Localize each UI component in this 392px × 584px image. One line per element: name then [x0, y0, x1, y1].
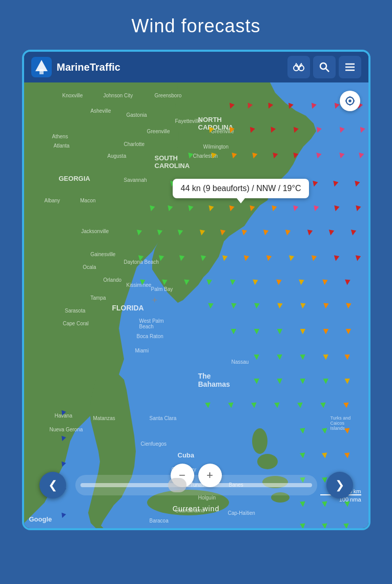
wind-arrow: ▲: [318, 401, 328, 410]
wind-arrow: ▲: [275, 377, 284, 387]
wind-arrow: ▲: [252, 353, 261, 363]
label-holguin: Holguín: [198, 495, 216, 500]
wind-arrow: ▲: [298, 353, 307, 363]
wind-arrow: ▲: [205, 301, 215, 311]
wind-arrow: ▲: [225, 203, 236, 215]
wind-arrow: ▲: [228, 278, 237, 287]
wind-arrow: ▲: [252, 301, 261, 311]
wind-arrow: ▲: [298, 301, 307, 311]
wind-arrow: ▲: [298, 522, 307, 528]
app-logo: [31, 57, 52, 77]
timeline-bar[interactable]: [75, 475, 317, 495]
label-santaclara: Santa Clara: [150, 415, 177, 421]
wind-arrow: ▲: [320, 278, 329, 287]
menu-button[interactable]: [339, 56, 361, 78]
app-name: MarineTraffic: [57, 61, 284, 73]
label-sarasota: Sarasota: [65, 308, 86, 314]
wind-arrow: ▲: [240, 254, 251, 264]
wind-arrow: ▲: [154, 228, 164, 239]
next-button[interactable]: ❯: [326, 472, 353, 498]
wind-arrow: ▲: [229, 327, 238, 337]
tooltip-text: 44 kn (9 beauforts) / NNW / 19°C: [181, 184, 301, 193]
wind-arrow: ▲: [204, 203, 216, 215]
label-asheville: Asheville: [91, 108, 111, 114]
label-atlanta: Atlanta: [54, 143, 70, 149]
search-button[interactable]: [313, 56, 336, 78]
wind-arrow: ▲: [341, 401, 351, 410]
label-nassau: Nassau: [232, 359, 249, 365]
label-charlotte: Charlotte: [124, 141, 145, 147]
wind-arrow: ▲: [320, 522, 329, 528]
svg-point-19: [348, 99, 352, 102]
next-icon: ❯: [335, 478, 344, 492]
label-bocaraton: Boca Raton: [137, 333, 163, 339]
map-svg: [24, 82, 368, 528]
timeline-thumb[interactable]: [168, 478, 187, 492]
wind-arrow: ▲: [308, 254, 319, 264]
wind-arrow: ▲: [250, 278, 260, 287]
wind-arrow: ▲: [196, 228, 207, 239]
label-athens: Athens: [52, 134, 68, 139]
wind-arrow: ▲: [269, 151, 280, 162]
label-sc: SOUTHCAROLINA: [155, 154, 190, 170]
wind-arrow: ▲: [330, 203, 341, 215]
page-title: Wind forecasts: [131, 15, 260, 37]
menu-icon: [344, 61, 356, 73]
wind-arrow: ▲: [238, 228, 249, 239]
svg-rect-2: [39, 69, 44, 74]
wind-arrow: ▲: [252, 327, 261, 337]
wind-arrow: ▲: [197, 254, 208, 264]
wind-arrow: ▲: [263, 254, 274, 264]
label-gastonia: Gastonia: [127, 112, 147, 118]
wind-arrow: ▲: [275, 353, 284, 363]
app-container: MarineTraffic: [22, 50, 370, 530]
wind-arrow: ▲: [163, 203, 175, 215]
current-wind-label: Current wind: [24, 505, 368, 513]
map-area[interactable]: Knoxville Johnson City Greensboro Ashevi…: [24, 82, 368, 528]
wind-arrow: ▲: [297, 451, 307, 461]
wind-arrow: ▲: [296, 278, 306, 287]
wind-arrow: ▲: [248, 151, 259, 162]
label-westpalm: West PalmBeach: [139, 318, 164, 329]
wind-arrow: ▲: [325, 228, 336, 239]
label-baracoa: Baracoa: [150, 518, 169, 524]
wind-arrow: ▲: [203, 401, 213, 410]
label-knoxville: Knoxville: [63, 93, 83, 98]
wind-arrow: ▲: [289, 203, 300, 215]
label-macon: Macon: [80, 198, 96, 203]
prev-button[interactable]: ❮: [39, 472, 66, 498]
wind-arrow: ▲: [341, 522, 351, 528]
wind-arrow: ▲: [285, 254, 296, 264]
wind-arrow: ▲: [229, 301, 238, 311]
wind-arrow: ▲: [228, 151, 239, 162]
svg-line-7: [326, 69, 329, 72]
wind-arrow: ▲: [133, 228, 144, 239]
wind-arrow: ▲: [342, 426, 352, 436]
wind-arrow: ▲: [352, 254, 363, 264]
label-greensboro: Greensboro: [155, 93, 182, 98]
label-gainesville: Gainesville: [91, 252, 116, 257]
wind-arrow: ▲: [252, 377, 261, 387]
wind-arrow: ▲: [312, 151, 323, 162]
wind-tooltip: 44 kn (9 beauforts) / NNW / 19°C: [173, 179, 310, 198]
wind-arrow: ▲: [181, 278, 191, 287]
label-miami: Miami: [135, 348, 149, 353]
wind-arrow: ▲: [342, 353, 352, 363]
wind-arrow: ▲: [310, 203, 321, 215]
timeline-progress: [80, 483, 312, 487]
wind-arrow: ▲: [298, 377, 307, 387]
wind-arrow: ▲: [176, 254, 187, 264]
binoculars-button[interactable]: [287, 56, 310, 78]
label-greenville: Greenville: [147, 129, 170, 134]
wind-arrow: ▲: [342, 451, 352, 461]
wind-arrow: ▲: [344, 327, 353, 337]
wind-arrow: ▲: [155, 254, 166, 264]
location-button[interactable]: [340, 91, 360, 111]
wind-arrow: ▲: [295, 401, 305, 410]
wind-arrow: ▲: [226, 401, 236, 410]
wind-arrow: ▲: [137, 278, 147, 287]
prev-icon: ❮: [48, 478, 57, 492]
wind-arrow: ▲: [347, 228, 358, 239]
wind-arrow: ▲: [260, 228, 271, 239]
label-ocala: Ocala: [83, 264, 96, 270]
